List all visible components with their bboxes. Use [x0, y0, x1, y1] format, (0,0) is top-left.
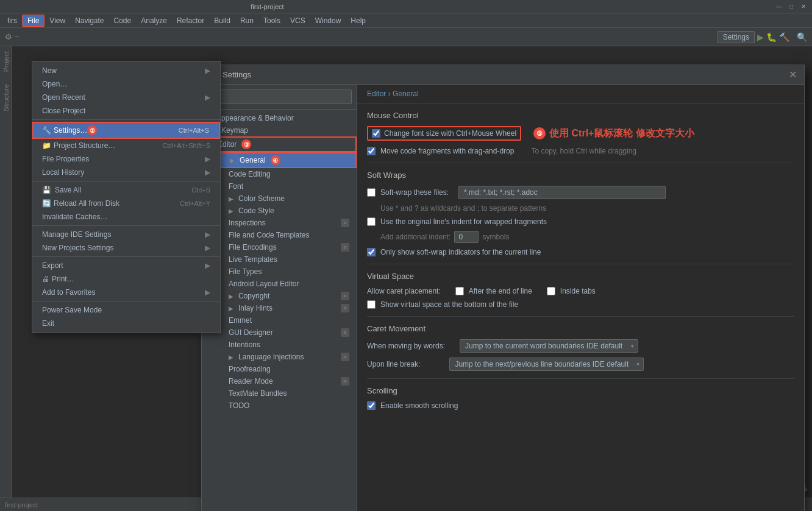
menu-close-project[interactable]: Close Project — [32, 104, 220, 118]
menu-exit[interactable]: Exit — [32, 317, 220, 330]
tree-label-code-style: Code Style — [238, 206, 274, 215]
menu-save-all[interactable]: 💾 Save All Ctrl+S — [32, 183, 220, 197]
menu-bar: firs File View Navigate Code Analyze Ref… — [0, 13, 812, 28]
tree-item-inspections[interactable]: Inspections ≡ — [202, 217, 357, 229]
ctrl-wheel-checkbox[interactable] — [372, 129, 380, 138]
soft-wrap-checkbox[interactable] — [367, 188, 376, 197]
minimize-btn[interactable]: — — [775, 3, 783, 10]
tree-item-inlay-hints[interactable]: ▶ Inlay Hints ≡ — [202, 302, 357, 314]
tree-item-font[interactable]: Font — [202, 180, 357, 192]
menu-local-history[interactable]: Local History ▶ — [32, 166, 220, 179]
close-btn[interactable]: ✕ — [800, 3, 807, 10]
tree-item-code-editing[interactable]: Code Editing — [202, 168, 357, 180]
menu-item-analyze[interactable]: Analyze — [136, 15, 172, 26]
smooth-scrolling-checkbox[interactable] — [367, 401, 376, 410]
menu-power-save[interactable]: Power Save Mode — [32, 303, 220, 317]
menu-item-window[interactable]: Window — [310, 15, 346, 26]
toolbar-minus-icon[interactable]: − — [15, 32, 20, 41]
virtual-space-bottom-checkbox[interactable] — [367, 300, 376, 309]
callout-5-circle: ⑤ — [533, 127, 546, 139]
menu-open[interactable]: Open… — [32, 77, 220, 91]
tree-item-live-templates[interactable]: Live Templates — [202, 253, 357, 266]
tree-item-file-encodings[interactable]: File Encodings ≡ — [202, 241, 357, 253]
upon-line-break-select[interactable]: Jump to the next/previous line boundarie… — [449, 358, 644, 371]
maximize-btn[interactable]: □ — [788, 3, 795, 10]
tree-label-copyright: Copyright — [238, 292, 269, 300]
tree-item-intentions[interactable]: Intentions — [202, 339, 357, 351]
tree-item-copyright[interactable]: ▶ Copyright ≡ — [202, 290, 357, 302]
toolbar-run-config[interactable]: Settings — [718, 31, 755, 43]
tree-item-gui-designer[interactable]: GUI Designer ≡ — [202, 326, 357, 339]
menu-print[interactable]: 🖨 Print… — [32, 272, 220, 286]
tree-item-file-types[interactable]: File Types — [202, 266, 357, 278]
build-icon[interactable]: 🔨 — [779, 32, 789, 42]
menu-item-code[interactable]: Code — [109, 15, 137, 26]
settings-search-input[interactable] — [207, 90, 352, 104]
inspections-badge: ≡ — [341, 219, 349, 227]
structure-tab[interactable]: Structure — [2, 84, 10, 111]
menu-invalidate-caches[interactable]: Invalidate Caches… — [32, 210, 220, 224]
menu-export[interactable]: Export ▶ — [32, 259, 220, 272]
tree-item-keymap[interactable]: Keymap — [202, 124, 357, 136]
setting-soft-wrap-files: Soft-wrap these files: — [367, 186, 794, 199]
menu-manage-ide-settings[interactable]: Manage IDE Settings ▶ — [32, 228, 220, 241]
run-icon[interactable]: ▶ — [757, 32, 764, 42]
expand-arrow-lang-injections: ▶ — [229, 354, 236, 361]
allow-caret-label: Allow caret placement: — [367, 287, 441, 295]
inside-tabs-checkbox[interactable] — [547, 287, 555, 295]
menu-item-navigate[interactable]: Navigate — [70, 15, 109, 26]
menu-item-file[interactable]: File — [22, 15, 45, 27]
menu-item-view[interactable]: View — [45, 15, 70, 26]
menu-item-tools[interactable]: Tools — [258, 15, 285, 26]
menu-item-project[interactable]: firs — [2, 15, 22, 26]
favorites-arrow: ▶ — [205, 288, 210, 297]
menu-file-properties[interactable]: File Properties ▶ — [32, 152, 220, 166]
menu-new-label: New — [42, 66, 57, 75]
file-menu-dropdown: New ▶ Open… Open Recent ▶ Close Project … — [32, 61, 221, 333]
tree-item-emmet[interactable]: Emmet — [202, 314, 357, 326]
menu-item-refactor[interactable]: Refactor — [172, 15, 209, 26]
soft-wrap-files-input[interactable] — [458, 186, 666, 199]
toolbar-settings-icon[interactable]: ⚙ — [5, 32, 12, 41]
menu-item-help[interactable]: Help — [346, 15, 371, 26]
tree-item-textmate[interactable]: TextMate Bundles — [202, 387, 357, 400]
project-tab[interactable]: Project — [2, 51, 10, 72]
additional-indent-input[interactable] — [454, 231, 479, 243]
tree-item-reader-mode[interactable]: Reader Mode ≡ — [202, 375, 357, 387]
menu-new[interactable]: New ▶ — [32, 64, 220, 77]
tree-item-proofreading[interactable]: Proofreading — [202, 363, 357, 375]
tree-item-language-injections[interactable]: ▶ Language Injections ≡ — [202, 351, 357, 363]
menu-settings[interactable]: 🔧 Settings… ② Ctrl+Alt+S — [32, 122, 220, 139]
separator-1 — [32, 119, 220, 120]
moving-by-words-select[interactable]: Jump to the current word boundaries IDE … — [460, 339, 638, 353]
tree-item-appearance[interactable]: ▶ Appearance & Behavior — [202, 112, 357, 124]
show-wrap-indicators-checkbox[interactable] — [367, 248, 376, 256]
debug-icon[interactable]: 🐛 — [766, 32, 777, 42]
move-code-checkbox[interactable] — [367, 147, 376, 155]
menu-open-recent[interactable]: Open Recent ▶ — [32, 91, 220, 104]
menu-item-build[interactable]: Build — [209, 15, 235, 26]
local-history-arrow: ▶ — [205, 168, 210, 177]
menu-item-run[interactable]: Run — [235, 15, 258, 26]
tree-item-editor[interactable]: ▼ Editor ③ — [202, 136, 357, 152]
divider-4 — [367, 378, 794, 379]
after-end-checkbox[interactable] — [455, 287, 464, 295]
menu-exit-label: Exit — [42, 319, 54, 328]
tree-label-file-types: File Types — [229, 267, 262, 276]
original-indent-checkbox[interactable] — [367, 217, 376, 226]
dialog-close-button[interactable]: ✕ — [789, 69, 797, 80]
tree-item-android-layout[interactable]: Android Layout Editor — [202, 278, 357, 290]
search-everywhere-icon[interactable]: 🔍 — [797, 32, 807, 42]
settings-badge: ② — [87, 125, 97, 135]
tree-item-color-scheme[interactable]: ▶ Color Scheme — [202, 192, 357, 205]
tree-item-general[interactable]: ▶ General ④ — [202, 152, 357, 168]
menu-project-structure[interactable]: 📁 Project Structure… Ctrl+Alt+Shift+S — [32, 139, 220, 152]
menu-reload-disk[interactable]: 🔄 Reload All from Disk Ctrl+Alt+Y — [32, 197, 220, 210]
tree-item-todo[interactable]: TODO — [202, 400, 357, 412]
original-indent-label: Use the original line's indent for wrapp… — [380, 217, 547, 226]
menu-add-favorites[interactable]: Add to Favorites ▶ — [32, 286, 220, 299]
menu-item-vcs[interactable]: VCS — [285, 15, 310, 26]
menu-new-projects-settings[interactable]: New Projects Settings ▶ — [32, 241, 220, 255]
tree-item-file-templates[interactable]: File and Code Templates — [202, 229, 357, 241]
tree-item-code-style[interactable]: ▶ Code Style — [202, 205, 357, 217]
